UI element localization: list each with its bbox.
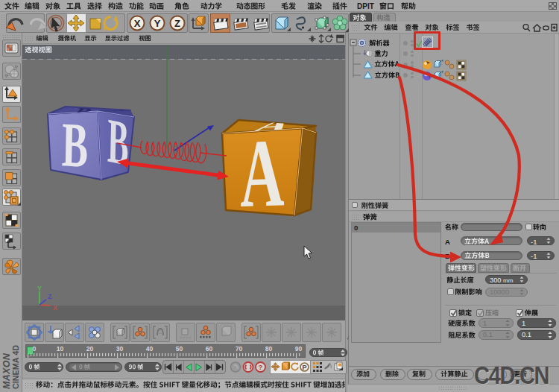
- svg-text:Z: Z: [174, 18, 180, 29]
- svg-text:?: ?: [259, 363, 263, 371]
- svg-text:P: P: [302, 364, 306, 371]
- svg-text:CINEMA 4D: CINEMA 4D: [11, 345, 20, 389]
- svg-text:X: X: [134, 18, 141, 29]
- svg-text:Y: Y: [154, 18, 161, 29]
